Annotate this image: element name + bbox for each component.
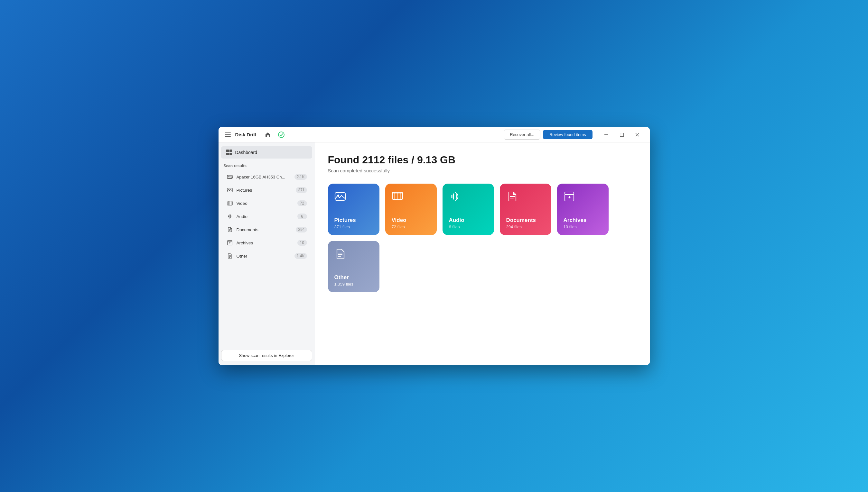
pictures-label: Pictures — [237, 188, 296, 193]
dashboard-label: Dashboard — [235, 150, 257, 155]
main-content: Found 2112 files / 9.13 GB Scan complete… — [315, 143, 650, 365]
card-video-count: 72 files — [392, 224, 430, 229]
card-documents-count: 294 files — [506, 224, 545, 229]
titlebar-nav — [256, 130, 504, 140]
app-window: Disk Drill Recover all... Review found i… — [218, 127, 650, 365]
card-documents-icon — [506, 191, 545, 204]
pictures-count: 371 — [296, 187, 307, 193]
device-count: 2.1K — [295, 174, 307, 180]
sidebar-item-pictures[interactable]: Pictures 371 — [221, 183, 312, 196]
sidebar-item-archives[interactable]: Archives 10 — [221, 236, 312, 249]
main-subtitle: Scan completed successfully — [328, 168, 637, 173]
app-body: Dashboard Scan results — [218, 143, 650, 365]
other-label: Other — [237, 254, 295, 259]
video-label: Video — [237, 201, 297, 206]
card-other-name: Other — [334, 274, 373, 281]
check-button[interactable] — [276, 130, 286, 140]
main-title: Found 2112 files / 9.13 GB — [328, 154, 637, 166]
scan-results-label: Scan results — [218, 160, 315, 170]
svg-rect-1 — [604, 134, 608, 135]
archives-label: Archives — [237, 241, 297, 245]
documents-label: Documents — [237, 227, 296, 232]
minimize-button[interactable] — [599, 130, 614, 140]
category-card-audio[interactable]: Audio 6 files — [443, 183, 494, 235]
svg-rect-2 — [620, 133, 624, 136]
app-title: Disk Drill — [235, 132, 256, 137]
restore-icon — [620, 133, 624, 137]
sidebar-bottom: Show scan results in Explorer — [218, 346, 315, 365]
card-pictures-count: 371 files — [334, 224, 373, 229]
titlebar: Disk Drill Recover all... Review found i… — [218, 127, 650, 143]
titlebar-left: Disk Drill — [224, 131, 256, 138]
recover-all-button[interactable]: Recover all... — [504, 130, 540, 140]
audio-label: Audio — [237, 214, 297, 219]
dashboard-grid-icon — [226, 150, 232, 155]
sidebar-device-item[interactable]: Apacer 16GB AH353 Ch... 2.1K — [221, 170, 312, 183]
other-count: 1.4K — [295, 253, 307, 259]
audio-icon — [226, 213, 233, 220]
svg-rect-6 — [227, 177, 232, 178]
card-archives-name: Archives — [564, 217, 602, 223]
card-archives-count: 10 files — [564, 224, 602, 229]
category-card-pictures[interactable]: Pictures 371 files — [328, 183, 379, 235]
check-circle-icon — [278, 131, 284, 138]
archives-count: 10 — [297, 240, 307, 246]
card-audio-name: Audio — [449, 217, 488, 223]
card-other-count: 1,359 files — [334, 282, 373, 287]
card-other-icon — [334, 248, 373, 262]
hamburger-menu-icon[interactable] — [224, 131, 232, 138]
minimize-icon — [604, 134, 608, 135]
svg-rect-35 — [565, 192, 574, 195]
other-icon — [226, 252, 233, 260]
review-found-items-button[interactable]: Review found items — [543, 130, 592, 139]
archives-icon — [226, 239, 233, 246]
sidebar-item-documents[interactable]: Documents 294 — [221, 223, 312, 236]
card-documents-name: Documents — [506, 217, 545, 223]
home-icon — [265, 132, 271, 138]
audio-count: 6 — [297, 214, 307, 219]
sidebar-item-audio[interactable]: Audio 6 — [221, 210, 312, 223]
category-card-archives[interactable]: Archives 10 files — [557, 183, 609, 235]
close-icon — [635, 133, 639, 137]
card-audio-count: 6 files — [449, 224, 488, 229]
video-icon — [226, 200, 233, 207]
sidebar: Dashboard Scan results — [218, 143, 315, 365]
video-count: 72 — [297, 200, 307, 206]
sidebar-item-dashboard[interactable]: Dashboard — [221, 146, 312, 158]
sidebar-item-video[interactable]: Video 72 — [221, 197, 312, 210]
close-button[interactable] — [630, 130, 644, 140]
pictures-icon — [226, 187, 233, 194]
card-video-icon — [392, 191, 430, 204]
card-archives-icon — [564, 191, 602, 204]
restore-button[interactable] — [614, 130, 629, 140]
category-card-video[interactable]: Video 72 files — [385, 183, 437, 235]
home-button[interactable] — [263, 130, 273, 140]
svg-point-8 — [231, 177, 231, 178]
device-name: Apacer 16GB AH353 Ch... — [237, 175, 295, 179]
svg-point-0 — [278, 132, 284, 138]
drive-icon — [226, 173, 233, 180]
category-card-other[interactable]: Other 1,359 files — [328, 241, 379, 292]
category-card-documents[interactable]: Documents 294 files — [500, 183, 551, 235]
card-pictures-icon — [334, 191, 373, 204]
card-pictures-name: Pictures — [334, 217, 373, 223]
window-controls — [599, 130, 644, 140]
show-scan-results-explorer-button[interactable]: Show scan results in Explorer — [221, 350, 312, 361]
sidebar-nav: Dashboard Scan results — [218, 143, 315, 265]
titlebar-right: Recover all... Review found items — [504, 130, 644, 140]
card-audio-icon — [449, 191, 488, 204]
documents-icon — [226, 226, 233, 233]
category-grid: Pictures 371 files — [328, 183, 637, 292]
card-video-name: Video — [392, 217, 430, 223]
sidebar-item-other[interactable]: Other 1.4K — [221, 249, 312, 263]
documents-count: 294 — [296, 227, 307, 232]
